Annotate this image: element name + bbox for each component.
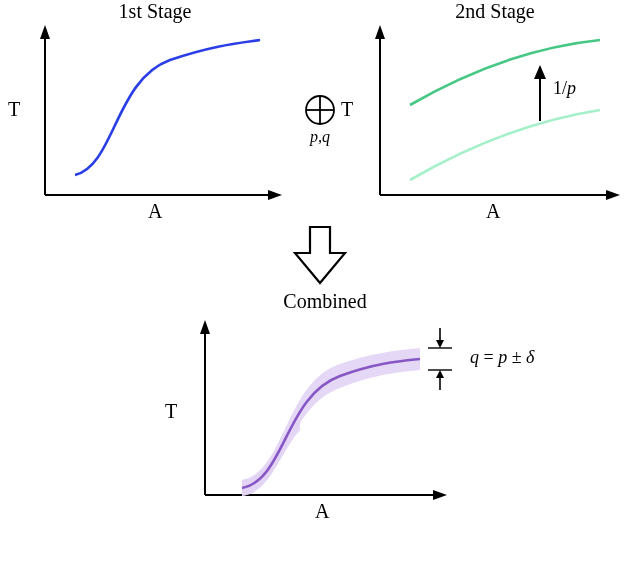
stage1-curve bbox=[75, 40, 260, 175]
panel1-xlabel: A bbox=[148, 200, 162, 223]
svg-marker-8 bbox=[375, 25, 385, 39]
panel1-plot bbox=[20, 25, 290, 215]
svg-marker-14 bbox=[200, 320, 210, 334]
down-arrow-icon bbox=[293, 225, 347, 290]
panel2-plot bbox=[355, 25, 630, 215]
svg-marker-16 bbox=[433, 490, 447, 500]
panel3-equation: q = p ± δ bbox=[470, 347, 534, 368]
panel3-plot bbox=[180, 320, 460, 520]
panel2-ylabel: T bbox=[341, 98, 353, 121]
combine-op-label: p,q bbox=[305, 128, 335, 146]
panel3-xlabel: A bbox=[315, 500, 329, 523]
panel3-title: Combined bbox=[250, 290, 400, 313]
panel1-ylabel: T bbox=[8, 98, 20, 121]
svg-marker-22 bbox=[436, 370, 444, 378]
svg-marker-10 bbox=[606, 190, 620, 200]
svg-marker-1 bbox=[40, 25, 50, 39]
combine-op-icon bbox=[300, 90, 340, 130]
panel2-xlabel: A bbox=[486, 200, 500, 223]
svg-marker-3 bbox=[268, 190, 282, 200]
svg-marker-12 bbox=[534, 65, 546, 79]
panel1-title: 1st Stage bbox=[80, 0, 230, 23]
panel2-arrow-label: 1/p bbox=[553, 78, 576, 99]
panel3-ylabel: T bbox=[165, 400, 177, 423]
panel2-title: 2nd Stage bbox=[420, 0, 570, 23]
stage2-curve-lower bbox=[410, 110, 600, 180]
svg-marker-20 bbox=[436, 340, 444, 348]
